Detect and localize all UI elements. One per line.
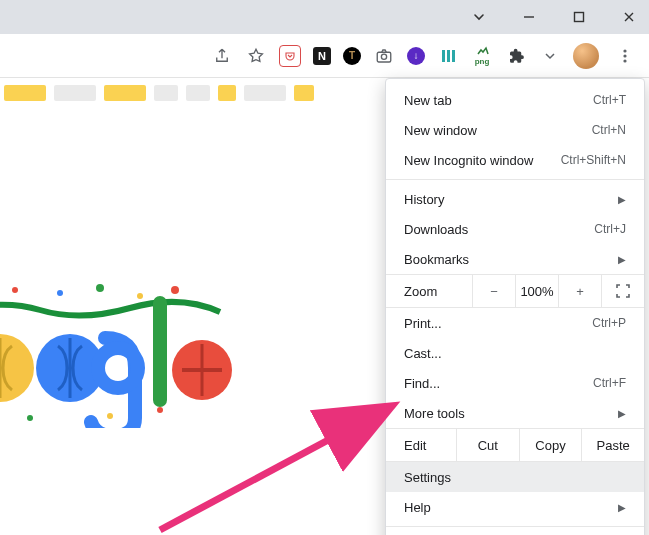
menu-shortcut: Ctrl+T [593, 93, 626, 107]
menu-label: New tab [404, 93, 593, 108]
svg-point-22 [98, 348, 138, 388]
edit-cut-button[interactable]: Cut [456, 429, 519, 461]
main-menu-button[interactable] [611, 42, 639, 70]
maximize-button[interactable] [565, 11, 593, 23]
svg-point-17 [27, 415, 33, 421]
svg-point-15 [171, 286, 179, 294]
bookmark-item[interactable] [4, 85, 46, 101]
fullscreen-button[interactable] [601, 275, 644, 307]
menu-label: Print... [404, 316, 592, 331]
menu-shortcut: Ctrl+F [593, 376, 626, 390]
minimize-button[interactable] [515, 11, 543, 23]
profile-avatar[interactable] [573, 43, 599, 69]
svg-point-12 [57, 290, 63, 296]
menu-label: Help [404, 500, 618, 515]
edit-paste-button[interactable]: Paste [581, 429, 644, 461]
menu-label: Cast... [404, 346, 626, 361]
camera-extension-icon[interactable] [373, 45, 395, 67]
browser-toolbar: N T ↓ png [0, 34, 649, 78]
svg-point-19 [157, 407, 163, 413]
menu-item-cast[interactable]: Cast... [386, 338, 644, 368]
bookmark-item[interactable] [104, 85, 146, 101]
menu-shortcut: Ctrl+J [594, 222, 626, 236]
submenu-arrow-icon: ▶ [618, 254, 626, 265]
svg-point-20 [0, 334, 34, 402]
svg-point-13 [96, 284, 104, 292]
svg-point-11 [12, 287, 18, 293]
menu-item-new-window[interactable]: New window Ctrl+N [386, 115, 644, 145]
bookmark-star-icon[interactable] [245, 45, 267, 67]
zoom-value: 100% [515, 275, 558, 307]
download-extension-icon[interactable]: ↓ [407, 47, 425, 65]
svg-rect-1 [575, 13, 584, 22]
svg-rect-5 [447, 50, 450, 62]
svg-rect-6 [452, 50, 455, 62]
bookmark-item[interactable] [154, 85, 178, 101]
extension-bars-icon[interactable] [437, 45, 459, 67]
zoom-label: Zoom [386, 284, 472, 299]
menu-zoom-row: Zoom − 100% + [386, 274, 644, 308]
tab-dropdown-icon[interactable] [465, 10, 493, 24]
menu-item-settings[interactable]: Settings [386, 462, 644, 492]
zoom-out-button[interactable]: − [472, 275, 515, 307]
extension-t-icon[interactable]: T [343, 47, 361, 65]
share-icon[interactable] [211, 45, 233, 67]
svg-point-9 [623, 59, 626, 62]
menu-item-new-incognito[interactable]: New Incognito window Ctrl+Shift+N [386, 145, 644, 175]
menu-item-help[interactable]: Help ▶ [386, 492, 644, 522]
menu-item-find[interactable]: Find... Ctrl+F [386, 368, 644, 398]
svg-point-8 [623, 54, 626, 57]
menu-label: Bookmarks [404, 252, 618, 267]
bookmark-item[interactable] [244, 85, 286, 101]
menu-item-history[interactable]: History ▶ [386, 184, 644, 214]
svg-point-14 [137, 293, 143, 299]
menu-separator [386, 179, 644, 180]
menu-shortcut: Ctrl+P [592, 316, 626, 330]
menu-item-downloads[interactable]: Downloads Ctrl+J [386, 214, 644, 244]
png-extension-icon[interactable]: png [471, 45, 493, 67]
submenu-arrow-icon: ▶ [618, 408, 626, 419]
menu-label: Find... [404, 376, 593, 391]
bookmark-item[interactable] [186, 85, 210, 101]
svg-rect-4 [442, 50, 445, 62]
svg-point-3 [381, 54, 386, 59]
chrome-main-menu: New tab Ctrl+T New window Ctrl+N New Inc… [385, 78, 645, 535]
zoom-in-button[interactable]: + [558, 275, 601, 307]
menu-item-exit[interactable]: Exit [386, 531, 644, 535]
chevron-down-icon[interactable] [539, 45, 561, 67]
submenu-arrow-icon: ▶ [618, 194, 626, 205]
menu-label: New Incognito window [404, 153, 561, 168]
pocket-extension-icon[interactable] [279, 45, 301, 67]
submenu-arrow-icon: ▶ [618, 502, 626, 513]
menu-edit-row: Edit Cut Copy Paste [386, 428, 644, 462]
menu-shortcut: Ctrl+Shift+N [561, 153, 626, 167]
edit-copy-button[interactable]: Copy [519, 429, 582, 461]
menu-item-new-tab[interactable]: New tab Ctrl+T [386, 85, 644, 115]
menu-item-more-tools[interactable]: More tools ▶ [386, 398, 644, 428]
menu-shortcut: Ctrl+N [592, 123, 626, 137]
extension-n-icon[interactable]: N [313, 47, 331, 65]
google-doodle[interactable] [0, 278, 260, 428]
bookmark-item[interactable] [54, 85, 96, 101]
svg-point-18 [107, 413, 113, 419]
menu-label: History [404, 192, 618, 207]
extensions-puzzle-icon[interactable] [505, 45, 527, 67]
menu-item-bookmarks[interactable]: Bookmarks ▶ [386, 244, 644, 274]
menu-label: Settings [404, 470, 626, 485]
bookmark-item[interactable] [218, 85, 236, 101]
window-control-strip [0, 0, 649, 34]
menu-label: More tools [404, 406, 618, 421]
menu-label: Downloads [404, 222, 594, 237]
menu-separator [386, 526, 644, 527]
menu-label: New window [404, 123, 592, 138]
edit-label: Edit [386, 438, 456, 453]
close-button[interactable] [615, 11, 643, 23]
svg-point-7 [623, 49, 626, 52]
menu-item-print[interactable]: Print... Ctrl+P [386, 308, 644, 338]
bookmark-item[interactable] [294, 85, 314, 101]
